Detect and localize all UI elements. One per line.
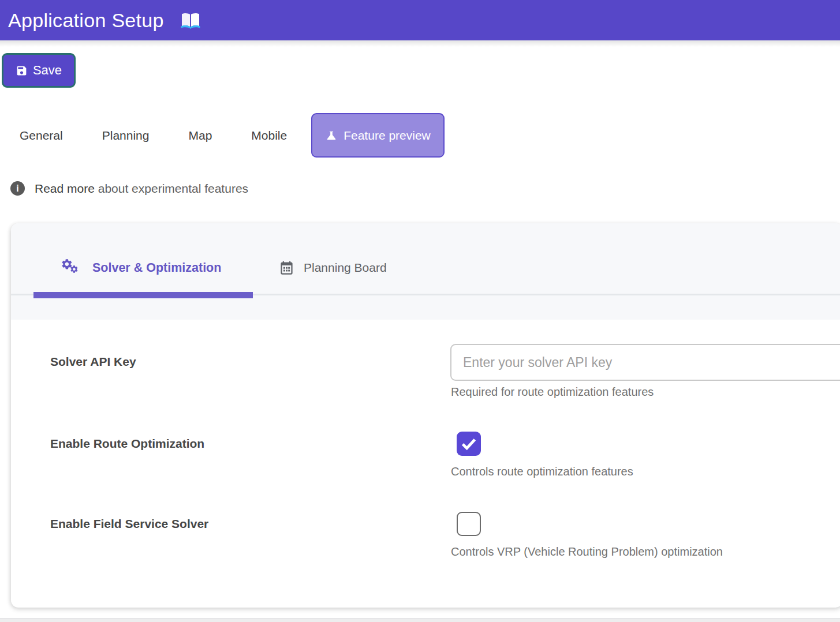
experimental-info-banner: i Read more about experimental features [10, 181, 248, 196]
floppy-disk-icon [16, 65, 28, 77]
tab-general[interactable]: General [5, 113, 78, 158]
checkmark-icon [460, 434, 478, 453]
solver-api-key-label: Solver API Key [50, 355, 136, 369]
tab-feature-preview[interactable]: Feature preview [311, 113, 445, 158]
tab-planning[interactable]: Planning [87, 113, 165, 158]
field-service-solver-help: Controls VRP (Vehicle Routing Problem) o… [451, 545, 723, 559]
info-banner-text: about experimental features [98, 182, 248, 195]
subtab-solver-optimization[interactable]: Solver & Optimization [61, 256, 221, 280]
subtab-board-label: Planning Board [304, 261, 387, 275]
gears-icon [61, 258, 83, 278]
route-optimization-help: Controls route optimization features [451, 465, 633, 478]
flask-icon [325, 128, 338, 143]
read-more-link[interactable]: Read more [35, 182, 95, 195]
route-optimization-label: Enable Route Optimization [50, 437, 204, 451]
tab-feature-preview-label: Feature preview [344, 129, 431, 143]
route-optimization-checkbox[interactable] [457, 432, 481, 456]
solver-api-key-help: Required for route optimization features [451, 385, 654, 399]
header-shadow [0, 40, 840, 47]
subtab-solver-label: Solver & Optimization [92, 261, 221, 275]
tab-mobile[interactable]: Mobile [236, 113, 302, 158]
calendar-icon [279, 260, 294, 276]
subtab-strip: Solver & Optimization Planning Board [11, 223, 840, 320]
save-button[interactable]: Save [2, 53, 76, 88]
bottom-band [0, 618, 840, 622]
solver-api-key-input[interactable] [450, 344, 840, 381]
main-tab-bar: General Planning Map Mobile Feature prev… [5, 113, 445, 158]
open-book-icon [180, 12, 201, 29]
subtab-planning-board[interactable]: Planning Board [279, 256, 387, 280]
field-service-solver-label: Enable Field Service Solver [50, 517, 208, 531]
save-button-label: Save [33, 63, 62, 78]
info-icon: i [10, 181, 25, 196]
active-subtab-underline [33, 292, 253, 298]
tab-map[interactable]: Map [173, 113, 227, 158]
app-header: Application Setup [0, 0, 840, 40]
page-title: Application Setup [8, 9, 164, 32]
feature-preview-card: Solver & Optimization Planning Board Sol… [11, 223, 840, 608]
field-service-solver-checkbox[interactable] [457, 512, 481, 536]
